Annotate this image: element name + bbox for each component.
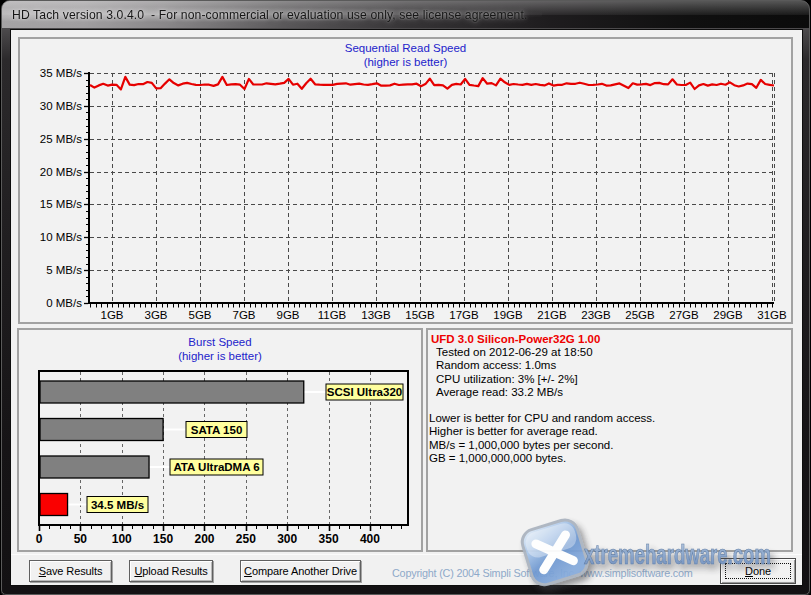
svg-text:0 MB/s: 0 MB/s <box>46 297 82 309</box>
burst-speed-panel: Burst Speed (higher is better) SCSI Ultr… <box>17 328 423 552</box>
svg-text:3GB: 3GB <box>144 309 167 321</box>
svg-text:5 MB/s: 5 MB/s <box>46 264 82 276</box>
svg-text:250: 250 <box>236 532 256 546</box>
svg-text:SCSI Ultra320: SCSI Ultra320 <box>327 386 402 398</box>
svg-text:0: 0 <box>36 532 43 546</box>
drive-name-heading: UFD 3.0 Silicon-Power32G 1.00 <box>431 333 600 345</box>
svg-text:21GB: 21GB <box>537 309 567 321</box>
svg-text:9GB: 9GB <box>276 309 299 321</box>
sequential-read-chart: 0 MB/s5 MB/s10 MB/s15 MB/s20 MB/s25 MB/s… <box>20 39 791 322</box>
burst-speed-chart: SCSI Ultra320SATA 150ATA UltraDMA 634.5 … <box>19 330 421 550</box>
svg-text:100: 100 <box>112 532 132 546</box>
svg-text:15 MB/s: 15 MB/s <box>40 198 82 210</box>
svg-text:25GB: 25GB <box>625 309 655 321</box>
app-window: HD Tach version 3.0.4.0 - For non-commer… <box>1 0 810 595</box>
svg-text:7GB: 7GB <box>232 309 255 321</box>
svg-text:350: 350 <box>319 532 339 546</box>
save-results-button[interactable]: Save Results <box>29 560 112 582</box>
svg-text:200: 200 <box>194 532 214 546</box>
svg-text:25 MB/s: 25 MB/s <box>40 133 82 145</box>
svg-text:SATA 150: SATA 150 <box>191 424 243 436</box>
client-area: Sequential Read Speed (higher is better)… <box>10 29 803 586</box>
done-button[interactable]: Done <box>720 558 796 584</box>
svg-text:ATA UltraDMA 6: ATA UltraDMA 6 <box>173 461 259 473</box>
svg-text:34.5 MB/s: 34.5 MB/s <box>91 499 144 511</box>
upload-results-button[interactable]: Upload Results <box>129 560 213 582</box>
svg-text:29GB: 29GB <box>713 309 743 321</box>
svg-text:23GB: 23GB <box>581 309 611 321</box>
svg-text:5GB: 5GB <box>188 309 211 321</box>
explanatory-notes: Lower is better for CPU and random acces… <box>429 412 655 465</box>
test-details: Tested on 2012-06-29 at 18:50 Random acc… <box>436 346 593 400</box>
svg-text:27GB: 27GB <box>669 309 699 321</box>
svg-text:50: 50 <box>74 532 88 546</box>
svg-text:1GB: 1GB <box>100 309 123 321</box>
sequential-read-panel: Sequential Read Speed (higher is better)… <box>18 37 793 324</box>
results-info-panel: UFD 3.0 Silicon-Power32G 1.00 Tested on … <box>426 328 793 552</box>
svg-text:300: 300 <box>277 532 297 546</box>
compare-another-drive-button[interactable]: Compare Another Drive <box>240 560 361 582</box>
svg-text:30 MB/s: 30 MB/s <box>40 100 82 112</box>
svg-text:15GB: 15GB <box>405 309 435 321</box>
svg-text:35 MB/s: 35 MB/s <box>40 67 82 79</box>
svg-text:19GB: 19GB <box>493 309 523 321</box>
svg-text:11GB: 11GB <box>318 309 347 321</box>
svg-text:20 MB/s: 20 MB/s <box>40 166 82 178</box>
svg-text:13GB: 13GB <box>361 309 391 321</box>
title-bar[interactable]: HD Tach version 3.0.4.0 - For non-commer… <box>2 1 809 28</box>
bottom-divider <box>11 554 802 555</box>
svg-text:150: 150 <box>153 532 173 546</box>
svg-text:400: 400 <box>360 532 380 546</box>
copyright-text: Copyright (C) 2004 Simpli Software, Inc.… <box>392 567 693 579</box>
svg-text:17GB: 17GB <box>449 309 479 321</box>
svg-text:31GB: 31GB <box>757 309 787 321</box>
window-title: HD Tach version 3.0.4.0 - For non-commer… <box>12 8 527 22</box>
focus-rectangle <box>725 563 791 579</box>
svg-text:10 MB/s: 10 MB/s <box>40 231 82 243</box>
